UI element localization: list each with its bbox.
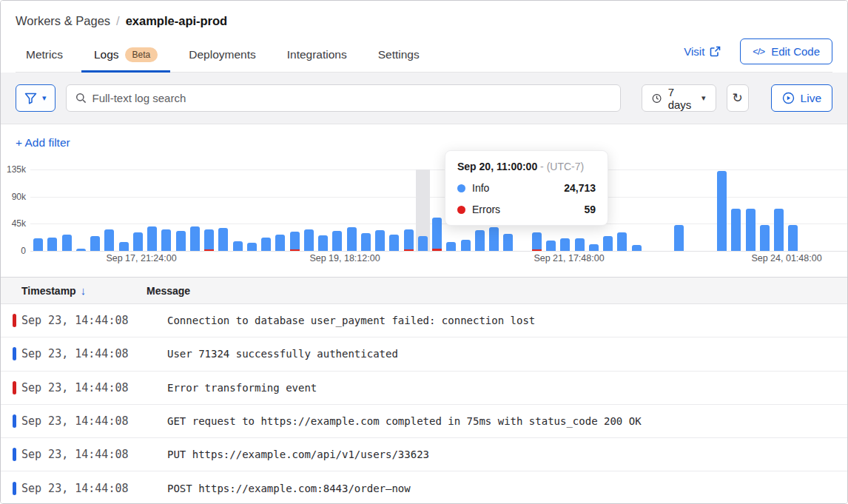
info-segment <box>161 229 171 251</box>
tab-deployments[interactable]: Deployments <box>173 41 271 71</box>
log-volume-bar[interactable] <box>503 234 513 251</box>
info-segment <box>76 249 86 251</box>
info-segment <box>119 242 129 251</box>
log-row[interactable]: Sep 23, 14:44:08PUT https://example.com/… <box>1 438 847 471</box>
log-volume-bar[interactable] <box>247 243 257 251</box>
log-row[interactable]: Sep 23, 14:44:08Error transforming event <box>1 372 847 405</box>
log-row[interactable]: Sep 23, 14:44:08GET request to https://e… <box>1 405 847 438</box>
log-volume-bar[interactable] <box>33 238 43 251</box>
info-segment <box>503 234 513 251</box>
search-icon <box>75 93 87 104</box>
log-volume-bar[interactable] <box>446 242 456 251</box>
column-header-timestamp[interactable]: Timestamp ↓ <box>1 284 147 297</box>
log-volume-bar[interactable] <box>774 209 784 251</box>
info-segment <box>290 232 300 249</box>
info-segment <box>233 241 243 251</box>
log-volume-bar[interactable] <box>347 227 357 251</box>
log-volume-bar[interactable] <box>475 230 485 251</box>
log-volume-bar[interactable] <box>104 229 114 251</box>
errors-segment <box>204 249 214 251</box>
log-row[interactable]: Sep 23, 14:44:08Connection to database u… <box>1 304 847 337</box>
tab-bar: Metrics Logs Beta Deployments Integratio… <box>16 38 832 73</box>
log-volume-bar[interactable] <box>176 231 186 251</box>
log-volume-bar[interactable] <box>404 229 414 251</box>
info-segment <box>418 236 428 251</box>
y-axis-label: 135k <box>1 164 26 175</box>
log-volume-bar[interactable] <box>546 241 556 251</box>
tab-metrics[interactable]: Metrics <box>16 41 78 71</box>
y-axis-label: 90k <box>1 192 26 202</box>
log-volume-bar[interactable] <box>760 225 770 251</box>
log-volume-bar[interactable] <box>432 218 442 251</box>
tab-integrations[interactable]: Integrations <box>272 41 363 71</box>
log-volume-bar[interactable] <box>746 209 756 251</box>
info-dot-icon <box>457 184 465 192</box>
search-input[interactable] <box>92 92 611 104</box>
log-volume-bar[interactable] <box>489 227 499 251</box>
log-volume-bar[interactable] <box>233 241 243 251</box>
log-message: Error transforming event <box>147 382 317 394</box>
log-volume-bar[interactable] <box>119 242 129 251</box>
add-filter-button[interactable]: + Add filter <box>16 136 70 149</box>
errors-segment <box>532 249 542 251</box>
info-segment <box>404 229 414 249</box>
log-row[interactable]: Sep 23, 14:44:08POST https://example.com… <box>1 471 847 504</box>
log-volume-bar[interactable] <box>575 238 585 251</box>
tooltip-title: Sep 20, 11:00:00 - (UTC-7) <box>457 161 596 172</box>
log-volume-bar[interactable] <box>632 245 642 251</box>
tab-logs[interactable]: Logs Beta <box>78 40 173 72</box>
visit-link[interactable]: Visit <box>684 45 721 58</box>
log-volume-bar[interactable] <box>589 244 599 251</box>
time-range-value: 7 days <box>668 86 695 111</box>
log-volume-bar[interactable] <box>290 232 300 251</box>
log-volume-bar[interactable] <box>389 235 399 251</box>
log-volume-bar[interactable] <box>275 235 285 251</box>
breadcrumb-current: example-api-prod <box>126 14 228 28</box>
log-volume-bar[interactable] <box>361 233 371 251</box>
log-volume-bar[interactable] <box>204 229 214 251</box>
filter-dropdown-button[interactable]: ▾ <box>16 84 55 112</box>
tab-settings[interactable]: Settings <box>363 41 435 71</box>
log-volume-bar[interactable] <box>190 226 200 251</box>
log-volume-bar[interactable] <box>218 228 228 251</box>
log-timestamp: Sep 23, 14:44:08 <box>1 482 147 495</box>
info-segment <box>461 240 471 251</box>
info-segment <box>47 238 57 251</box>
log-volume-bar[interactable] <box>418 236 428 251</box>
edit-code-button[interactable]: </> Edit Code <box>740 38 832 64</box>
log-volume-bar[interactable] <box>133 232 143 251</box>
log-volume-bar[interactable] <box>603 236 613 251</box>
refresh-button[interactable]: ↻ <box>727 84 749 112</box>
log-volume-bar[interactable] <box>674 225 684 251</box>
errors-segment <box>404 249 414 251</box>
log-volume-bar[interactable] <box>161 229 171 251</box>
log-volume-bar[interactable] <box>332 231 342 251</box>
log-volume-bar[interactable] <box>731 209 741 251</box>
time-range-dropdown[interactable]: 7 days ▾ <box>642 84 716 112</box>
log-volume-bar[interactable] <box>261 238 271 251</box>
log-volume-bar[interactable] <box>461 240 471 251</box>
info-segment <box>147 226 157 251</box>
log-volume-bar[interactable] <box>788 225 798 251</box>
live-button[interactable]: Live <box>771 84 832 112</box>
log-volume-bar[interactable] <box>147 226 157 251</box>
log-volume-bar[interactable] <box>47 238 57 251</box>
log-row[interactable]: Sep 23, 14:44:08User 71324 successfully … <box>1 337 847 371</box>
log-volume-bar[interactable] <box>375 230 385 251</box>
info-segment <box>475 230 485 251</box>
breadcrumb-section[interactable]: Workers & Pages <box>16 14 110 28</box>
chart-tooltip: Sep 20, 11:00:00 - (UTC-7) Info 24,713 E… <box>445 150 608 226</box>
severity-error-indicator <box>13 314 16 327</box>
log-volume-bar[interactable] <box>617 232 627 251</box>
log-volume-bar[interactable] <box>532 232 542 251</box>
log-volume-bar[interactable] <box>304 229 314 251</box>
log-volume-bar[interactable] <box>717 171 727 251</box>
log-volume-bar[interactable] <box>90 236 100 251</box>
info-segment <box>133 232 143 251</box>
breadcrumb: Workers & Pages / example-api-prod <box>16 14 832 28</box>
log-volume-bar[interactable] <box>62 235 72 251</box>
sort-descending-icon: ↓ <box>81 284 87 297</box>
log-volume-bar[interactable] <box>76 249 86 251</box>
log-volume-bar[interactable] <box>318 235 328 251</box>
log-volume-bar[interactable] <box>560 238 570 251</box>
